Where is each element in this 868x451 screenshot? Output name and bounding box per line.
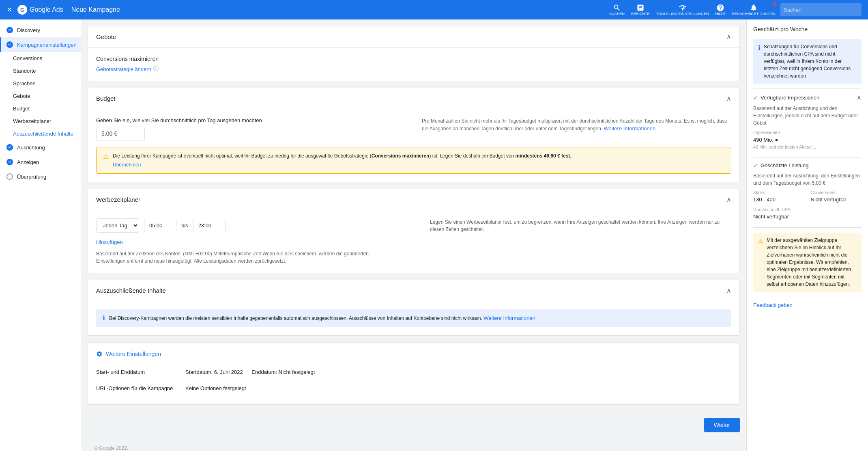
right-impressionen-header[interactable]: ✓ Verfügbare Impressionen ∧	[753, 94, 862, 101]
warning-text: Die Leistung Ihrer Kampagne ist eventuel…	[113, 152, 572, 168]
wz-timezone-note: Basierend auf der Zeitzone des Kontos: (…	[96, 250, 397, 265]
budget-card: Budget ∧ Geben Sie ein, wie viel Sie dur…	[88, 88, 740, 182]
hinzufugen-button[interactable]: Hinzufügen	[96, 239, 123, 245]
sidebar-item-auszuschliessende[interactable]: Auszuschließende Inhalte	[0, 127, 81, 140]
sidebar-item-conversions[interactable]: Conversions	[0, 52, 81, 65]
sidebar-item-gebote[interactable]: Gebote	[0, 90, 81, 102]
weitere-title: Weitere Einstellungen	[106, 351, 161, 357]
check-icon-anzeigen	[6, 159, 13, 165]
auszuschliessende-toggle[interactable]: ∧	[726, 287, 731, 294]
search-nav-item[interactable]: SUCHEN	[609, 4, 625, 16]
sidebar-item-ausrichtung[interactable]: Ausrichtung	[0, 140, 81, 155]
nav-icons: SUCHEN BERICHTE TOOLS UND EINSTELLUNGEN …	[609, 4, 776, 16]
auszuschliessende-card: Auszuschließende Inhalte ∧ ℹ Bei Discove…	[88, 280, 740, 336]
sidebar-item-werbezeitplaner[interactable]: Werbezeitplaner	[0, 115, 81, 127]
werbezeitplaner-header[interactable]: Werbezeitplaner ∧	[88, 189, 739, 210]
sidebar-item-discovery[interactable]: Discovery	[0, 23, 81, 37]
help-nav-item[interactable]: HILFE	[715, 4, 726, 16]
budget-input[interactable]	[96, 127, 145, 140]
gebote-card-header[interactable]: Gebote ∧	[88, 26, 739, 47]
right-leistung-header[interactable]: ✓ Geschätzte Leistung	[753, 162, 862, 169]
budget-toggle[interactable]: ∧	[726, 95, 731, 102]
wz-time-from[interactable]	[144, 219, 176, 232]
settings-row-url: URL-Optionen für die Kampagne Keine Opti…	[96, 380, 731, 396]
werbezeitplaner-card: Werbezeitplaner ∧ Jeden Tag bis	[88, 189, 740, 273]
settings-label-url: URL-Optionen für die Kampagne	[96, 385, 185, 391]
gebote-toggle[interactable]: ∧	[726, 33, 731, 41]
sidebar-item-standorte[interactable]: Standorte	[0, 65, 81, 77]
wz-time-to[interactable]	[193, 219, 226, 232]
auszuschliessende-info-text: Bei Discovery-Kampagnen werden die meist…	[109, 314, 535, 322]
notifications-nav-item[interactable]: BENACHRICHTIGUNGEN	[732, 4, 776, 16]
ubernehmen-button[interactable]: Übernehmen	[113, 161, 572, 168]
impressionen-stat: Impressionen 490 Mio. ● 40 Min. seit der…	[753, 129, 862, 151]
info-icon: ℹ	[103, 314, 105, 322]
right-panel: Geschätzt pro Woche ℹ Schätzungen für Co…	[746, 19, 868, 451]
tools-label: TOOLS UND EINSTELLUNGEN	[656, 12, 709, 16]
leistung-body: Basierend auf der Ausrichtung, den Einst…	[753, 172, 862, 221]
weiter-button[interactable]: Weiter	[704, 418, 740, 432]
cpa-stat: Durchschnittl. CPA Nicht verfügbar	[753, 206, 862, 221]
right-leistung-section: ✓ Geschätzte Leistung Basierend auf der …	[753, 162, 862, 221]
wz-left: Jeden Tag bis Hinzufügen Basierend auf d…	[96, 218, 397, 265]
help-label: HILFE	[715, 12, 726, 16]
feedback-link[interactable]: Feedback geben	[753, 302, 793, 308]
impressionen-chevron[interactable]: ∧	[857, 94, 862, 101]
budget-more-info-link[interactable]: Weitere Informationen	[604, 125, 656, 133]
sidebar-label-discovery: Discovery	[17, 27, 40, 33]
budget-input-label: Geben Sie ein, wie viel Sie durchschnitt…	[96, 117, 406, 123]
settings-value-url: Keine Optionen festgelegt	[185, 385, 246, 391]
warning-icon: ⚠	[103, 153, 109, 160]
sidebar-item-sprachen[interactable]: Sprachen	[0, 77, 81, 90]
weitere-header[interactable]: Weitere Einstellungen	[96, 351, 731, 357]
check-icon-discovery	[6, 27, 13, 33]
app-name: Google Ads	[30, 6, 63, 13]
budget-card-header[interactable]: Budget ∧	[88, 88, 739, 109]
weitere-einstellungen-card: Weitere Einstellungen Start- und Enddatu…	[88, 342, 740, 405]
reports-nav-item[interactable]: BERICHTE	[631, 4, 650, 16]
search-label: SUCHEN	[609, 12, 625, 16]
right-info-text: Schätzungen für Conversions und durchsch…	[764, 43, 857, 80]
right-info-icon: ℹ	[758, 43, 761, 80]
budget-input-area: Geben Sie ein, wie viel Sie durchschnitt…	[96, 117, 406, 140]
tools-nav-item[interactable]: TOOLS UND EINSTELLUNGEN	[656, 4, 709, 16]
werbezeitplaner-title: Werbezeitplaner	[96, 196, 140, 203]
wz-day-select[interactable]: Jeden Tag	[96, 218, 139, 233]
close-button[interactable]: ✕	[6, 5, 13, 14]
right-panel-title: Geschätzt pro Woche	[753, 26, 862, 32]
settings-icon	[96, 351, 103, 357]
check-leistung-icon: ✓	[753, 162, 758, 169]
sidebar-item-uberpruung[interactable]: Überprüfung	[0, 169, 81, 184]
notifications-label: BENACHRICHTIGUNGEN	[732, 12, 776, 16]
conversions-stat: Conversions Nicht verfügbar	[811, 189, 862, 204]
leistung-label: Geschätzte Leistung	[761, 162, 809, 168]
gebote-title: Gebote	[96, 33, 116, 40]
wz-hint: Legen Sie einen Werbezeitplaner fest, um…	[430, 218, 731, 233]
budget-warning: ⚠ Die Leistung Ihrer Kampagne ist eventu…	[96, 147, 731, 174]
sidebar-item-anzeigen[interactable]: Anzeigen	[0, 155, 81, 169]
werbezeitplaner-toggle[interactable]: ∧	[726, 196, 731, 203]
werbezeitplaner-body: Jeden Tag bis Hinzufügen Basierend auf d…	[88, 210, 739, 273]
search-input[interactable]	[780, 3, 862, 16]
check-icon-ausrichtung	[6, 144, 13, 151]
klicks-stat: Klicks 130 - 400	[753, 189, 804, 204]
gebotsstrategie-link[interactable]: Gebotsstrategie ändern ⓘ	[96, 65, 159, 73]
impressionen-label: Verfügbare Impressionen	[761, 95, 819, 101]
check-impressionen-icon: ✓	[753, 95, 758, 101]
weiter-row: Weiter	[88, 411, 740, 439]
sidebar-item-kampagneneinstellungen[interactable]: Kampagneneinstellungen	[0, 37, 81, 52]
budget-body: Geben Sie ein, wie viel Sie durchschnitt…	[88, 109, 739, 182]
auszuschliessende-header[interactable]: Auszuschließende Inhalte ∧	[88, 280, 739, 301]
settings-label-dates: Start- und Enddatum	[96, 369, 185, 375]
auszuschliessende-title: Auszuschließende Inhalte	[96, 287, 166, 294]
wz-row: Jeden Tag bis	[96, 218, 397, 233]
sidebar-item-budget[interactable]: Budget	[0, 102, 81, 115]
impressionen-body: Basierend auf der Ausrichtung und den Ei…	[753, 105, 862, 151]
footer-copyright: © Google 2022.	[94, 445, 128, 451]
auszuschliessende-more-info-link[interactable]: Weitere Informationen	[483, 314, 535, 322]
stats-row: Klicks 130 - 400 Conversions Nicht verfü…	[753, 189, 862, 204]
right-warning-text: Mit der ausgewählten Zielgruppe verzeich…	[767, 237, 857, 288]
auszuschliessende-info-box: ℹ Bei Discovery-Kampagnen werden die mei…	[96, 309, 731, 327]
check-icon-kampagne	[6, 41, 13, 48]
gebote-body: Conversions maximieren Gebotsstrategie ä…	[88, 47, 739, 81]
